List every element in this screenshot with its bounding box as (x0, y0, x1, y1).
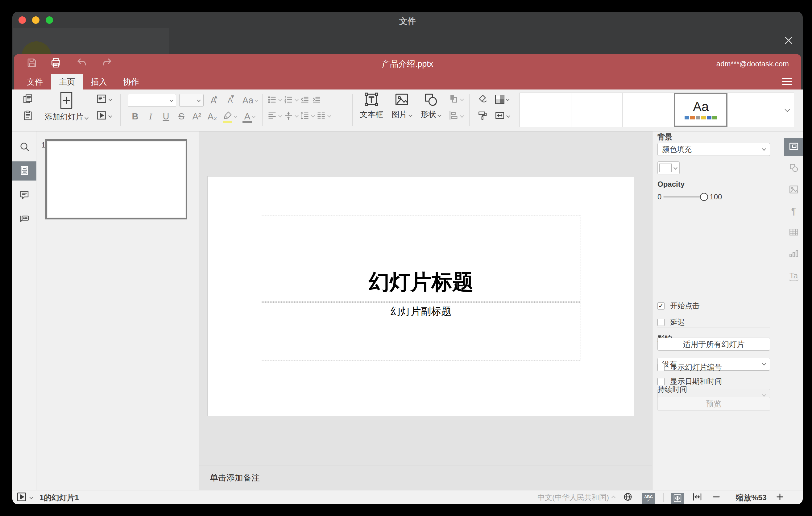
highlight-color-button[interactable] (220, 109, 239, 124)
bold-button[interactable]: B (128, 109, 143, 124)
hamburger-menu-button[interactable] (782, 78, 792, 85)
slide-thumbnail[interactable] (45, 139, 187, 220)
clear-style-button[interactable] (473, 92, 492, 107)
slide-fill-color-button[interactable] (492, 92, 512, 107)
font-size-select[interactable] (179, 94, 204, 107)
fill-color-icon (495, 95, 504, 104)
tab-insert[interactable]: 插入 (83, 74, 115, 89)
apply-to-all-slides-button[interactable]: 适用于所有幻灯片 (658, 338, 770, 351)
background-fill-dropdown[interactable]: 颜色填充 (658, 143, 770, 156)
close-overlay-button[interactable] (781, 34, 796, 48)
copy-icon (23, 93, 33, 105)
theme-option[interactable] (520, 93, 571, 127)
slide-thumbnail-panel: 1 (36, 132, 199, 490)
strikethrough-button[interactable]: S (174, 109, 189, 124)
fit-to-slide-button[interactable] (671, 493, 684, 504)
slides-panel-button[interactable] (12, 162, 36, 180)
font-color-button[interactable]: A (240, 109, 259, 124)
opacity-slider-thumb[interactable] (700, 193, 708, 201)
font-name-select[interactable] (128, 94, 176, 107)
underline-button[interactable]: U (158, 109, 173, 124)
image-settings-tab[interactable] (784, 181, 803, 199)
subtitle-placeholder[interactable]: 幻灯片副标题 (261, 303, 581, 361)
insert-shape-button[interactable]: 形状 (417, 91, 444, 119)
chart-settings-tab[interactable] (784, 245, 803, 263)
chevron-down-icon (108, 114, 112, 118)
table-settings-tab[interactable] (784, 224, 803, 242)
screen: 文件 (0, 0, 812, 516)
insert-image-button[interactable]: 图片 (388, 91, 415, 119)
horizontal-align-button[interactable] (267, 109, 282, 123)
paste-button[interactable] (21, 109, 34, 123)
bullet-list-button[interactable] (267, 93, 282, 107)
language-caret (612, 490, 615, 504)
slide-canvas[interactable]: 幻灯片标题 幻灯片副标题 (208, 176, 634, 416)
language-selector[interactable]: 中文(中华人民共和国) (521, 490, 609, 504)
zoom-out-button[interactable] (712, 490, 721, 504)
chat-panel-button[interactable] (12, 210, 36, 229)
theme-option[interactable] (727, 93, 779, 127)
paragraph-settings-tab[interactable]: ¶ (784, 202, 803, 220)
line-spacing-button[interactable] (300, 109, 314, 123)
table-settings-icon (788, 227, 799, 238)
chart-settings-icon (788, 249, 799, 260)
italic-button[interactable]: I (143, 109, 158, 124)
theme-option[interactable] (571, 93, 623, 127)
decrease-indent-button[interactable] (300, 93, 310, 107)
theme-color-swatches (685, 116, 717, 119)
arrange-shape-button[interactable] (445, 92, 466, 107)
change-case-button[interactable]: Aa (240, 93, 260, 108)
zoom-level[interactable]: 缩放%53 (731, 490, 771, 504)
numbered-list-button[interactable] (284, 93, 298, 107)
tab-file[interactable]: 文件 (19, 74, 51, 89)
decrease-font-button[interactable]: A▼ (223, 93, 237, 108)
slide-settings-panel: 背景 颜色填充 Opacity 0 100 100 % 影响 (652, 132, 784, 490)
set-language-button[interactable] (623, 490, 633, 504)
insert-textbox-button[interactable]: 文本框 (357, 91, 386, 119)
shape-settings-tab[interactable] (784, 160, 803, 177)
copy-style-button[interactable] (473, 109, 492, 123)
menu-tabs: 文件 主页 插入 协作 (19, 74, 147, 89)
delay-checkbox[interactable] (658, 319, 665, 326)
show-slide-number-checkbox[interactable] (658, 364, 665, 371)
panel-divider (658, 327, 770, 327)
start-slideshow-button[interactable] (92, 109, 115, 123)
tab-collaboration[interactable]: 协作 (115, 74, 147, 89)
zoom-in-button[interactable] (775, 490, 785, 504)
theme-gallery-expand-button[interactable] (779, 93, 794, 127)
align-shape-button[interactable] (445, 109, 466, 123)
show-slide-number-row: 显示幻灯片编号 (658, 362, 722, 372)
increase-indent-button[interactable] (312, 93, 321, 107)
superscript-button[interactable]: A² (190, 109, 204, 124)
slide-settings-tab[interactable] (784, 138, 803, 156)
comments-panel-button[interactable] (12, 186, 36, 205)
slide-thumbnail-number: 1 (41, 141, 45, 149)
highlight-pen-icon (223, 111, 232, 122)
opacity-slider-track[interactable] (663, 196, 704, 198)
copy-button[interactable] (21, 93, 34, 106)
columns-button[interactable] (316, 109, 331, 123)
toolbar-divider (41, 94, 41, 126)
tab-home[interactable]: 主页 (51, 74, 83, 89)
notes-area[interactable]: 单击添加备注 (199, 465, 652, 490)
show-date-time-checkbox[interactable] (658, 378, 665, 385)
theme-option[interactable] (622, 93, 674, 127)
add-slide-button[interactable]: 添加幻灯片 (43, 91, 89, 122)
textbox-icon (364, 103, 379, 108)
start-slideshow-status-button[interactable] (16, 490, 33, 504)
add-slide-icon (59, 105, 74, 110)
search-button[interactable] (12, 138, 36, 157)
textart-settings-tab[interactable]: Ta (784, 267, 803, 285)
theme-option-selected[interactable]: Aa (674, 93, 728, 127)
spellcheck-toggle[interactable]: ABC✓ (642, 493, 655, 504)
slide-layout-button[interactable] (92, 92, 115, 107)
highlight-color-bar (223, 121, 232, 123)
subscript-button[interactable]: A₂ (205, 109, 220, 124)
vertical-align-button[interactable] (284, 109, 298, 123)
fill-color-picker[interactable] (658, 162, 680, 174)
fit-to-width-button[interactable] (692, 490, 703, 504)
slide-size-button[interactable] (492, 109, 512, 123)
title-placeholder[interactable]: 幻灯片标题 (261, 215, 581, 302)
increase-font-button[interactable]: A▲ (207, 93, 220, 108)
start-on-click-checkbox[interactable]: ✓ (658, 303, 665, 310)
